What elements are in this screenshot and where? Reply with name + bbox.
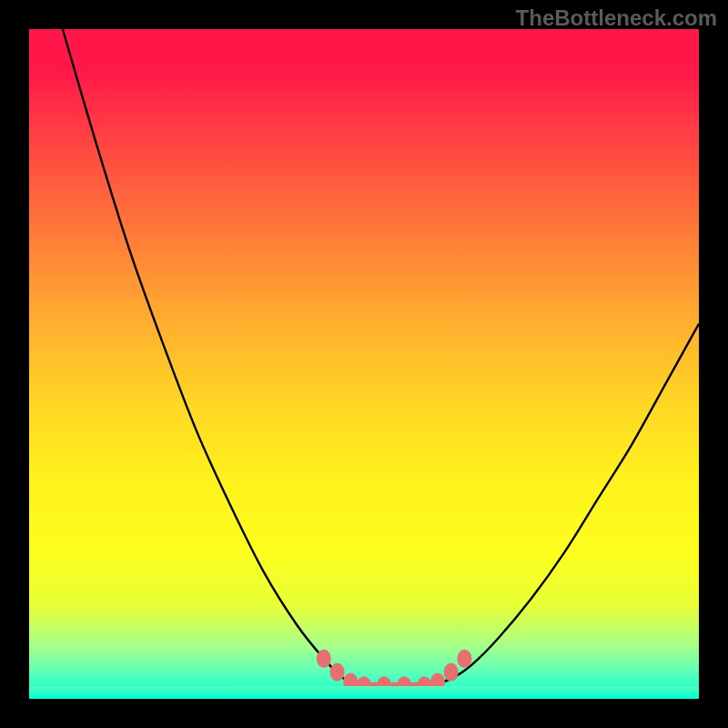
marker-dot <box>457 650 471 668</box>
marker-dot <box>317 650 331 668</box>
chart-svg <box>29 29 699 699</box>
marker-dot <box>444 663 459 682</box>
green-baseline-strip <box>29 686 699 699</box>
chart-frame: TheBottleneck.com <box>0 0 728 728</box>
watermark-text: TheBottleneck.com <box>516 5 717 31</box>
curve-right-arm <box>431 324 699 685</box>
curve-left-arm <box>63 29 358 685</box>
plot-area <box>29 29 699 699</box>
marker-dot <box>330 663 345 682</box>
